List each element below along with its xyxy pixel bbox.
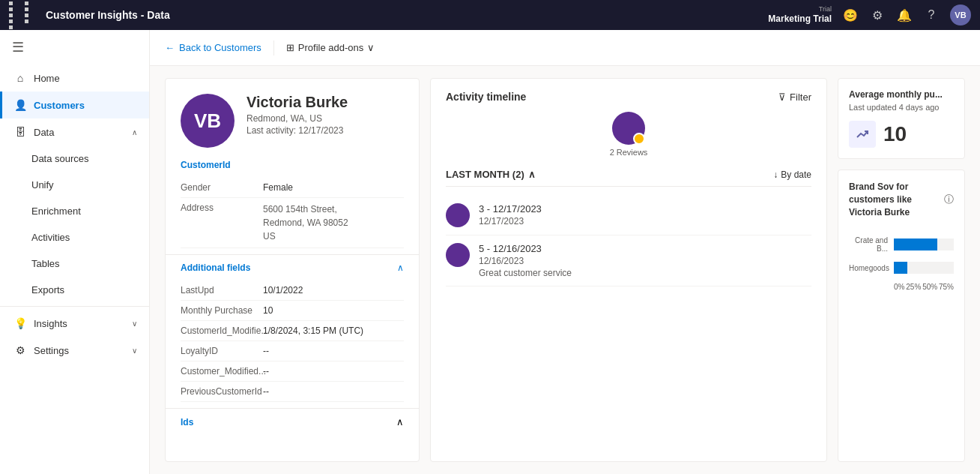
notification-icon[interactable]: 🔔	[896, 7, 913, 23]
previous-customer-id-value: --	[263, 386, 269, 397]
sidebar-item-settings[interactable]: ⚙ Settings ∨	[0, 337, 149, 364]
monthly-purchase-label: Monthly Purchase	[181, 305, 263, 316]
axis-label-50: 50%	[922, 283, 937, 291]
address-line1: 5600 154th Street,	[263, 204, 337, 214]
insights-chevron-icon: ∨	[132, 320, 137, 328]
customer-last-activity: Last activity: 12/17/2023	[246, 125, 348, 136]
sidebar-item-activities[interactable]: Activities	[0, 224, 149, 250]
axis-label-0: 0%	[894, 283, 904, 291]
avatar[interactable]: VB	[950, 4, 971, 26]
hamburger-icon[interactable]: ☰	[0, 30, 149, 64]
additional-fields-section: LastUpd 10/1/2022 Monthly Purchase 10 Cu…	[166, 280, 419, 402]
customer-modified-label: Customer_Modified...	[181, 366, 263, 376]
metric-value: 10	[883, 122, 907, 146]
data-chevron-icon: ∧	[132, 128, 137, 136]
bar-fill-homegoods	[894, 262, 907, 274]
sidebar-item-enrichment[interactable]: Enrichment	[0, 198, 149, 224]
trial-badge: Trial Marketing Trial	[768, 5, 832, 24]
address-line3: US	[263, 231, 276, 242]
data-icon: 🗄	[14, 126, 26, 138]
brand-name-homegoods: Homegoods	[849, 264, 888, 272]
settings-sidebar-icon: ⚙	[14, 344, 26, 356]
customer-avatar: VB	[181, 94, 235, 148]
activity-header: Activity timeline ⊽ Filter	[446, 91, 811, 103]
sort-button[interactable]: ↓ By date	[773, 170, 811, 180]
sidebar-label-unify: Unify	[31, 179, 137, 190]
back-button-label: Back to Customers	[179, 42, 261, 53]
settings-icon[interactable]: ⚙	[869, 7, 886, 23]
help-icon[interactable]: ?	[923, 7, 940, 23]
top-nav-right: Trial Marketing Trial 😊 ⚙ 🔔 ? VB	[768, 4, 971, 26]
customer-header: VB Victoria Burke Redmond, WA, US Last a…	[166, 79, 419, 160]
sidebar-label-activities: Activities	[31, 232, 137, 243]
sidebar-divider-1	[0, 306, 149, 307]
month-label: LAST MONTH (2) ∧	[446, 169, 536, 180]
sidebar-item-tables[interactable]: Tables	[0, 250, 149, 277]
filter-button[interactable]: ⊽ Filter	[778, 92, 811, 103]
customer-id-label: CustomerId	[181, 160, 404, 170]
app-body: ☰ ⌂ Home 👤 Customers 🗄 Data ∧ Data sourc…	[0, 30, 980, 474]
customer-modified-field: Customer_Modified... --	[181, 362, 404, 382]
brand-sov-info-icon[interactable]: ⓘ	[944, 193, 954, 206]
axis-label-75: 75%	[939, 283, 954, 291]
feedback-icon[interactable]: 😊	[842, 7, 859, 23]
activity-entry-1: 3 - 12/17/2023 12/17/2023	[446, 196, 811, 236]
monthly-purchase-value: 10	[263, 305, 273, 316]
monthly-purchase-field: Monthly Purchase 10	[181, 301, 404, 321]
sidebar: ☰ ⌂ Home 👤 Customers 🗄 Data ∧ Data sourc…	[0, 30, 150, 474]
sidebar-item-insights[interactable]: 💡 Insights ∨	[0, 310, 149, 337]
bar-crate	[894, 238, 954, 250]
additional-fields-label: Additional fields	[181, 262, 250, 273]
app-title: Customer Insights - Data	[46, 9, 760, 21]
loyaltyid-field: LoyaltyID --	[181, 341, 404, 362]
axis-label-25: 25%	[906, 283, 921, 291]
loyaltyid-value: --	[263, 346, 269, 356]
ids-chevron-icon: ∧	[396, 416, 404, 428]
back-to-customers-button[interactable]: ← Back to Customers	[165, 42, 261, 53]
address-label: Address	[181, 202, 263, 213]
customerid-modified-label: CustomerId_Modifie...	[181, 326, 263, 336]
trial-name: Marketing Trial	[768, 14, 832, 24]
profile-addons-icon: ⊞	[286, 42, 294, 53]
metric-card: Average monthly pu... Last updated 4 day…	[838, 78, 965, 159]
activity-dot-2	[446, 243, 470, 267]
settings-chevron-icon: ∨	[132, 346, 137, 355]
toolbar-divider	[273, 40, 274, 56]
filter-icon: ⊽	[778, 92, 786, 103]
sidebar-item-data[interactable]: 🗄 Data ∧	[0, 118, 149, 146]
sort-icon: ↓	[773, 170, 778, 180]
sidebar-label-data-sources: Data sources	[31, 153, 137, 164]
metric-value-row: 10	[849, 121, 954, 148]
customer-modified-value: --	[263, 366, 269, 376]
activity-info-2: 5 - 12/16/2023 12/16/2023 Great customer…	[479, 243, 572, 278]
sort-label: By date	[781, 170, 811, 180]
gender-field: Gender Female	[181, 178, 404, 198]
sidebar-item-customers[interactable]: 👤 Customers	[0, 92, 149, 118]
brand-sov-title: Brand Sov for customers like Victoria Bu…	[849, 181, 944, 218]
sidebar-item-data-sources[interactable]: Data sources	[0, 146, 149, 172]
sidebar-item-unify[interactable]: Unify	[0, 172, 149, 198]
sidebar-label-insights: Insights	[34, 318, 124, 329]
brand-row-homegoods: Homegoods	[849, 262, 954, 274]
brand-chart: Crate and B... Homegoods 0	[849, 230, 954, 291]
brand-name-crate: Crate and B...	[849, 236, 888, 253]
main-content: ← Back to Customers ⊞ Profile add-ons ∨ …	[150, 30, 980, 474]
ids-section-header[interactable]: Ids ∧	[166, 408, 419, 435]
additional-fields-header[interactable]: Additional fields ∧	[166, 254, 419, 280]
app-grid-icon[interactable]	[9, 2, 38, 29]
customers-icon: 👤	[14, 99, 26, 111]
metric-trend-icon	[849, 121, 876, 148]
previous-customer-id-label: PreviousCustomerId	[181, 386, 263, 397]
activity-entry-2: 5 - 12/16/2023 12/16/2023 Great customer…	[446, 236, 811, 286]
month-label-text: LAST MONTH (2)	[446, 169, 524, 180]
review-circle-icon	[612, 112, 645, 145]
activity-entry-2-title: 5 - 12/16/2023	[479, 243, 572, 254]
sidebar-item-home[interactable]: ⌂ Home	[0, 64, 149, 92]
activity-entry-1-date: 12/17/2023	[479, 216, 542, 226]
profile-addons-button[interactable]: ⊞ Profile add-ons ∨	[286, 42, 375, 53]
activity-panel: Activity timeline ⊽ Filter 2 Reviews LAS…	[430, 78, 827, 462]
gender-value: Female	[263, 182, 293, 193]
customer-name: Victoria Burke	[246, 94, 348, 111]
sidebar-item-exports[interactable]: Exports	[0, 277, 149, 303]
sidebar-label-data: Data	[34, 127, 124, 138]
